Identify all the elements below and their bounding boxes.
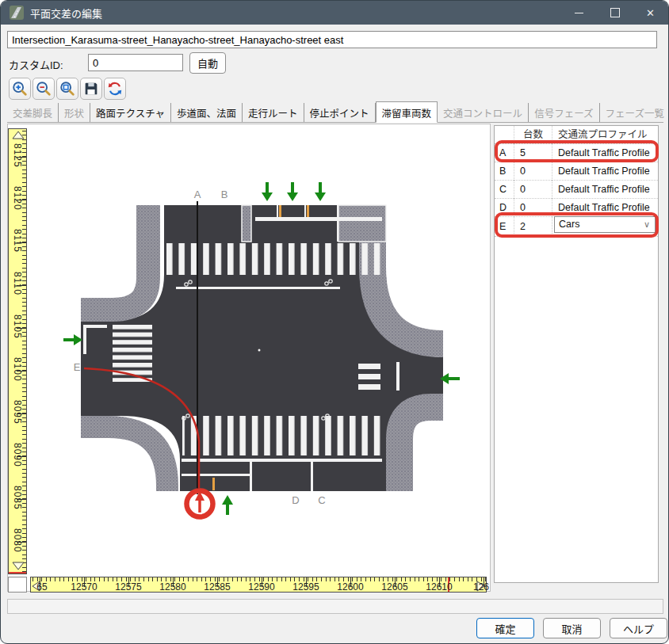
row-count[interactable]: 0 bbox=[514, 181, 552, 199]
tab-phase-ichiran[interactable]: フェーズ一覧 bbox=[600, 103, 669, 122]
tab-romen-texture[interactable]: 路面テクスチャ bbox=[90, 103, 171, 122]
chevron-down-icon: ∨ bbox=[644, 217, 650, 232]
dropdown-value: Cars bbox=[559, 219, 579, 230]
h-ruler-label: 12590 bbox=[244, 581, 279, 593]
zoom-out-icon bbox=[35, 80, 52, 97]
tab-tairyuu-sharyousuu[interactable]: 滞留車両数 bbox=[376, 101, 438, 123]
auto-button[interactable]: 自動 bbox=[189, 52, 226, 74]
map-canvas[interactable]: 8125812081158110810581008095809080858080… bbox=[7, 124, 491, 592]
row-count[interactable]: 2 bbox=[514, 217, 552, 237]
v-ruler-label: 8090 bbox=[12, 443, 23, 467]
median-island bbox=[242, 205, 251, 242]
row-count[interactable]: 0 bbox=[514, 162, 552, 181]
save-button[interactable] bbox=[80, 78, 102, 100]
green-arrow-down-3 bbox=[315, 182, 326, 201]
h-ruler-label: 12570 bbox=[67, 581, 101, 593]
v-ruler-label: 8100 bbox=[12, 357, 23, 382]
horizontal-ruler: 6512570125751258012585125901259512600126… bbox=[30, 577, 487, 593]
row-count[interactable]: 0 bbox=[514, 199, 552, 217]
route-label-b: B bbox=[221, 189, 228, 200]
table-row-d[interactable]: D 0 Default Traffic Profile bbox=[495, 199, 658, 217]
tab-shingou-phase[interactable]: 信号フェーズ bbox=[529, 103, 599, 122]
h-ruler-label: 12580 bbox=[155, 581, 190, 593]
row-id: A bbox=[495, 144, 514, 162]
route-label-a: A bbox=[194, 189, 201, 200]
row-id: E bbox=[495, 217, 514, 237]
crosswalk-north bbox=[166, 243, 380, 275]
h-ruler-label: 12585 bbox=[200, 581, 235, 593]
maximize-button[interactable] bbox=[597, 1, 633, 25]
h-ruler-label: 12600 bbox=[333, 581, 368, 593]
ruler-pan-down-icon[interactable] bbox=[12, 562, 25, 570]
v-ruler-label: 8125 bbox=[12, 143, 23, 168]
table-row-c[interactable]: C 0 Default Traffic Profile bbox=[495, 181, 658, 199]
tab-kousa-kyakuchou[interactable]: 交差脚長 bbox=[7, 103, 59, 122]
h-ruler-label: 12595 bbox=[289, 581, 323, 593]
intersection-drawing[interactable]: ABEDC bbox=[28, 124, 490, 577]
save-icon bbox=[82, 80, 100, 97]
zoom-fit-button[interactable] bbox=[56, 78, 78, 100]
tab-keijou[interactable]: 形状 bbox=[59, 103, 90, 122]
custom-id-input[interactable] bbox=[88, 54, 183, 71]
status-bar bbox=[7, 599, 663, 614]
col-count: 台数 bbox=[514, 126, 552, 144]
green-arrow-down-1 bbox=[262, 182, 273, 201]
row-profile[interactable]: Default Traffic Profile bbox=[552, 199, 658, 217]
window-title: 平面交差の編集 bbox=[30, 6, 102, 21]
profile-dropdown[interactable]: Cars ∨ bbox=[554, 216, 656, 233]
route-label-d: D bbox=[292, 494, 299, 506]
refresh-icon bbox=[106, 80, 124, 97]
h-ruler-label: 65 bbox=[25, 581, 59, 593]
ruler-pan-up-icon[interactable] bbox=[12, 131, 25, 139]
title-bar: 平面交差の編集 ✕ bbox=[1, 1, 668, 25]
row-id: B bbox=[495, 162, 514, 181]
dialog-window: 平面交差の編集 ✕ カスタムID: 自動 bbox=[0, 0, 669, 644]
minimize-button[interactable] bbox=[561, 1, 597, 25]
intersection-name-input[interactable] bbox=[7, 31, 657, 48]
vertical-ruler: 8125812081158110810581008095809080858080 bbox=[8, 128, 27, 574]
cancel-button[interactable]: 取消 bbox=[543, 618, 601, 638]
tab-teishi-point[interactable]: 停止ポイント bbox=[304, 103, 376, 122]
green-arrow-up-south bbox=[222, 495, 233, 515]
ok-button[interactable]: 確定 bbox=[476, 618, 534, 638]
row-count[interactable]: 5 bbox=[514, 144, 552, 162]
table-row-a[interactable]: A 5 Default Traffic Profile bbox=[495, 144, 658, 162]
ruler-marker-red bbox=[9, 572, 26, 574]
v-ruler-label: 8120 bbox=[12, 186, 23, 211]
table-row-b[interactable]: B 0 Default Traffic Profile bbox=[495, 162, 658, 181]
route-marker-circle[interactable] bbox=[187, 491, 213, 517]
custom-id-label: カスタムID: bbox=[9, 57, 63, 72]
help-button[interactable]: ヘルプ bbox=[610, 618, 667, 638]
route-label-c: C bbox=[318, 494, 325, 506]
crosswalk-west bbox=[113, 325, 152, 382]
toolbar bbox=[9, 78, 126, 100]
v-ruler-label: 8110 bbox=[12, 272, 23, 295]
v-ruler-label: 8095 bbox=[12, 400, 23, 425]
app-icon bbox=[10, 6, 24, 20]
zoom-in-icon bbox=[11, 80, 29, 97]
row-profile[interactable]: Default Traffic Profile bbox=[552, 162, 658, 181]
green-arrow-right-west bbox=[63, 334, 82, 345]
green-arrow-down-2 bbox=[287, 182, 298, 201]
sidewalk-band-ne bbox=[338, 205, 386, 242]
refresh-button[interactable] bbox=[104, 78, 126, 100]
close-button[interactable]: ✕ bbox=[633, 1, 668, 25]
tab-strip: 交差脚長 形状 路面テクスチャ 歩道面、法面 走行ルート 停止ポイント 滞留車両… bbox=[7, 105, 663, 123]
row-profile[interactable]: Default Traffic Profile bbox=[552, 144, 658, 162]
tab-soukou-route[interactable]: 走行ルート bbox=[243, 103, 304, 122]
table-header: 台数 交通流プロファイル bbox=[495, 126, 658, 144]
row-id: D bbox=[495, 199, 514, 217]
stop-line-east bbox=[396, 362, 399, 391]
col-profile: 交通流プロファイル bbox=[552, 126, 658, 144]
row-profile[interactable]: Default Traffic Profile bbox=[552, 181, 658, 199]
tab-koutsuu-control[interactable]: 交通コントロール bbox=[438, 103, 529, 122]
queue-table-panel: 台数 交通流プロファイル A 5 Default Traffic Profile… bbox=[494, 125, 659, 583]
zoom-in-button[interactable] bbox=[9, 78, 31, 100]
v-ruler-label: 8080 bbox=[12, 528, 23, 553]
v-ruler-label: 8115 bbox=[12, 229, 23, 253]
v-ruler-label: 8105 bbox=[12, 314, 23, 339]
row-id: C bbox=[495, 181, 514, 199]
tab-hodoumen[interactable]: 歩道面、法面 bbox=[171, 103, 243, 122]
zoom-out-button[interactable] bbox=[32, 78, 55, 100]
h-ruler-label: 12610 bbox=[422, 581, 457, 593]
